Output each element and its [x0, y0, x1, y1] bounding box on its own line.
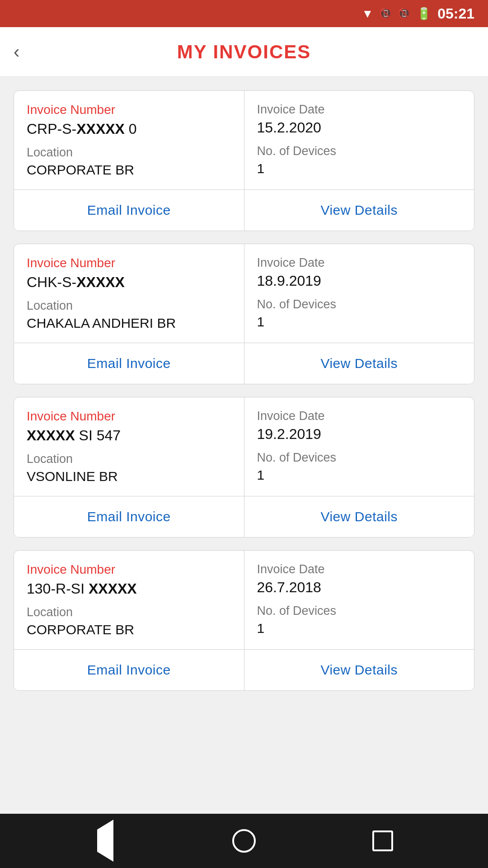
battery-icon: 🔋 [417, 7, 431, 21]
status-time: 05:21 [437, 5, 474, 22]
status-bar: ▼ 📵 📵 🔋 05:21 [0, 0, 488, 27]
page-title: MY INVOICES [177, 41, 311, 63]
email-invoice-button-3[interactable]: Email Invoice [14, 496, 244, 537]
invoice-info-3: Invoice Number XXXXX SI 547 Location VSO… [14, 397, 474, 496]
view-details-button-4[interactable]: View Details [244, 650, 474, 690]
wifi-icon: ▼ [361, 7, 373, 21]
email-invoice-button-4[interactable]: Email Invoice [14, 650, 244, 690]
devices-value-4: 1 [257, 621, 462, 636]
invoice-number-value-1: CRP-S-XXXXX 0 [27, 121, 231, 137]
invoice-list: Invoice Number CRP-S-XXXXX 0 Location CO… [0, 77, 488, 814]
location-label-1: Location [27, 146, 231, 160]
invoice-number-label-1: Invoice Number [27, 103, 231, 117]
devices-label-1: No. of Devices [257, 144, 462, 158]
email-invoice-button-2[interactable]: Email Invoice [14, 343, 244, 384]
invoice-number-label-3: Invoice Number [27, 409, 231, 424]
invoice-number-value-4: 130-R-SI XXXXX [27, 580, 231, 597]
date-value-1: 15.2.2020 [257, 119, 462, 136]
location-value-1: CORPORATE BR [27, 162, 231, 178]
nav-recents-icon [372, 830, 393, 851]
nav-recents-button[interactable] [365, 823, 401, 859]
invoice-card-2: Invoice Number CHK-S-XXXXX Location CHAK… [14, 244, 474, 384]
date-value-3: 19.2.2019 [257, 426, 462, 443]
date-label-2: Invoice Date [257, 256, 462, 270]
invoice-number-value-3: XXXXX SI 547 [27, 427, 231, 444]
devices-label-3: No. of Devices [257, 451, 462, 465]
nav-back-icon [97, 830, 113, 852]
invoice-actions-1: Email Invoice View Details [14, 190, 474, 231]
view-details-button-1[interactable]: View Details [244, 190, 474, 231]
location-label-2: Location [27, 299, 231, 313]
devices-value-1: 1 [257, 161, 462, 176]
invoice-info-4: Invoice Number 130-R-SI XXXXX Location C… [14, 551, 474, 650]
email-invoice-button-1[interactable]: Email Invoice [14, 190, 244, 231]
invoice-left-4: Invoice Number 130-R-SI XXXXX Location C… [14, 551, 244, 649]
location-value-3: VSONLINE BR [27, 469, 231, 484]
devices-label-4: No. of Devices [257, 604, 462, 618]
devices-value-3: 1 [257, 467, 462, 483]
invoice-number-label-4: Invoice Number [27, 562, 231, 577]
view-details-button-3[interactable]: View Details [244, 496, 474, 537]
invoice-card-4: Invoice Number 130-R-SI XXXXX Location C… [14, 550, 474, 691]
invoice-left-2: Invoice Number CHK-S-XXXXX Location CHAK… [14, 244, 244, 343]
nav-home-icon [232, 829, 256, 853]
header: ‹ MY INVOICES [0, 27, 488, 77]
location-label-4: Location [27, 605, 231, 619]
location-value-2: CHAKALA ANDHERI BR [27, 316, 231, 331]
invoice-actions-3: Email Invoice View Details [14, 496, 474, 537]
invoice-number-label-2: Invoice Number [27, 256, 231, 270]
date-label-3: Invoice Date [257, 409, 462, 423]
location-value-4: CORPORATE BR [27, 622, 231, 637]
invoice-left-3: Invoice Number XXXXX SI 547 Location VSO… [14, 397, 244, 496]
nav-bar [0, 814, 488, 868]
signal-icon-2: 📵 [398, 8, 410, 19]
devices-label-2: No. of Devices [257, 297, 462, 311]
view-details-button-2[interactable]: View Details [244, 343, 474, 384]
invoice-right-2: Invoice Date 18.9.2019 No. of Devices 1 [244, 244, 474, 343]
date-label-4: Invoice Date [257, 562, 462, 576]
invoice-info-1: Invoice Number CRP-S-XXXXX 0 Location CO… [14, 91, 474, 190]
back-button[interactable]: ‹ [14, 42, 19, 62]
invoice-number-value-2: CHK-S-XXXXX [27, 274, 231, 291]
signal-icon-1: 📵 [380, 8, 392, 19]
invoice-info-2: Invoice Number CHK-S-XXXXX Location CHAK… [14, 244, 474, 343]
invoice-card-3: Invoice Number XXXXX SI 547 Location VSO… [14, 397, 474, 538]
devices-value-2: 1 [257, 314, 462, 330]
location-label-3: Location [27, 452, 231, 466]
invoice-right-1: Invoice Date 15.2.2020 No. of Devices 1 [244, 91, 474, 189]
invoice-card-1: Invoice Number CRP-S-XXXXX 0 Location CO… [14, 90, 474, 231]
status-icons: ▼ 📵 📵 🔋 05:21 [361, 5, 474, 22]
nav-back-button[interactable] [87, 823, 123, 859]
invoice-actions-4: Email Invoice View Details [14, 650, 474, 690]
nav-home-button[interactable] [226, 823, 262, 859]
invoice-right-4: Invoice Date 26.7.2018 No. of Devices 1 [244, 551, 474, 649]
date-value-4: 26.7.2018 [257, 579, 462, 596]
date-label-1: Invoice Date [257, 103, 462, 117]
date-value-2: 18.9.2019 [257, 273, 462, 289]
invoice-right-3: Invoice Date 19.2.2019 No. of Devices 1 [244, 397, 474, 496]
invoice-left-1: Invoice Number CRP-S-XXXXX 0 Location CO… [14, 91, 244, 189]
invoice-actions-2: Email Invoice View Details [14, 343, 474, 384]
